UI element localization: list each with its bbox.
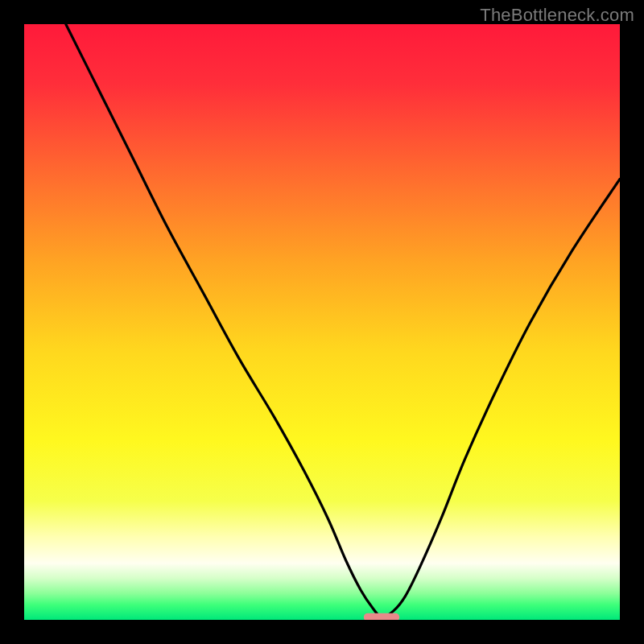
chart-frame bbox=[24, 24, 620, 620]
bottleneck-chart bbox=[24, 24, 620, 620]
optimal-marker bbox=[364, 613, 399, 620]
watermark-text: TheBottleneck.com bbox=[480, 5, 634, 26]
